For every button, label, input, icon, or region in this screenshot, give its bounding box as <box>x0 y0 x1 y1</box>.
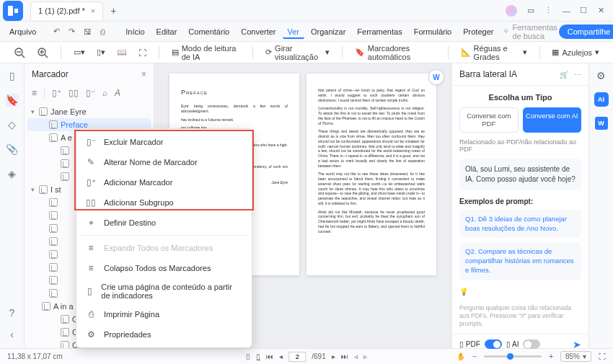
share-button[interactable]: Compartilhe <box>559 25 613 39</box>
ai-more-icon[interactable]: ⋯ <box>574 71 581 79</box>
nav-back-icon[interactable]: ◃ <box>354 352 358 360</box>
tiles-button[interactable]: ▦ Azulejos▾ <box>548 45 603 59</box>
layout-cont-icon[interactable]: ▯̲ <box>256 352 260 360</box>
ai-cart-icon[interactable]: 🛒 <box>560 71 568 79</box>
ai-badge-icon[interactable]: AI <box>594 92 609 107</box>
ai-tab-ai[interactable]: Converse com AI <box>523 107 582 133</box>
zoom-dropdown[interactable]: 85%▾ <box>560 351 591 362</box>
bkm-outline-icon[interactable]: ≡ <box>32 88 37 98</box>
ctx-item[interactable]: ▯⁻Excluir Marcador <box>76 132 252 152</box>
ai-settings-icon[interactable]: ⚙ <box>595 69 608 82</box>
tags-icon[interactable]: ◇ <box>6 118 19 131</box>
collapse-left-icon[interactable]: ‹ <box>6 328 19 341</box>
bkm-delete-icon[interactable]: ▯⁻ <box>86 88 95 98</box>
page-dimensions: 11,38 x 17,07 cm <box>7 352 63 360</box>
auto-bookmarks-button[interactable]: 🔖 Marcadores automáticos <box>351 42 439 63</box>
ctx-item[interactable]: ▯⁺Adicionar Marcador <box>76 172 252 192</box>
bookmark-panel-title: Marcador <box>32 69 69 79</box>
ctx-item[interactable]: ✎Alterar Nome de Marcador <box>76 152 252 172</box>
zoom-out-button[interactable] <box>10 45 29 61</box>
layers-icon[interactable]: ◈ <box>6 167 19 180</box>
page-number-input[interactable] <box>288 352 306 362</box>
save-icon[interactable]: 🖫 <box>80 27 95 36</box>
ctx-item[interactable]: ▯▯Adicionar Subgrupo <box>76 192 252 213</box>
ai-example-2[interactable]: Q2. Compare as técnicas de compartilhar … <box>459 242 581 280</box>
ai-reading-mode-button[interactable]: ▤ Modo de leitura de IA <box>168 42 244 63</box>
menu-formulario[interactable]: Formulário <box>409 25 457 39</box>
close-window-button[interactable]: ✕ <box>597 6 604 15</box>
bkm-add-sub-icon[interactable]: ▯▯ <box>69 88 79 98</box>
ai-hint-icon[interactable]: 💡 <box>452 285 588 298</box>
menu-converter[interactable]: Converter <box>236 25 281 39</box>
book-icon: ▤ <box>172 48 179 57</box>
print-icon[interactable]: ⎙ <box>97 27 109 36</box>
menu-ferramentas[interactable]: Ferramentas <box>352 25 407 39</box>
app-menu-icon[interactable]: ▭ <box>527 6 534 15</box>
bookmark-panel-close[interactable]: × <box>141 69 146 79</box>
user-avatar-icon[interactable] <box>506 5 517 17</box>
ctx-item[interactable]: ≡Colapso Todos os Marcadores <box>76 258 252 278</box>
menu-inicio[interactable]: Início <box>120 25 149 39</box>
nav-fwd-icon[interactable]: ▹ <box>363 352 367 360</box>
help-icon[interactable]: ? <box>6 306 19 319</box>
page-total: /691 <box>312 352 325 360</box>
menubar: Arquivo ↶ ↷ 🖫 ⎙ Início Editar Comentário… <box>0 22 613 42</box>
rulers-grids-button[interactable]: 📐 Réguas e Grades▾ <box>457 42 531 63</box>
menu-proteger[interactable]: Proteger <box>458 25 498 39</box>
ctx-item[interactable]: ⎙Imprimir Página <box>76 304 252 324</box>
menu-organizar[interactable]: Organizar <box>306 25 350 39</box>
bookmarks-tab-icon[interactable]: 🔖 <box>6 94 19 107</box>
grid-icon: ▦ <box>552 48 559 57</box>
document-tab[interactable]: 1 (1) (2).pdf * × <box>30 1 103 20</box>
ai-greeting: Olá, sou Lumi, seu assistente de IA. Com… <box>459 159 581 190</box>
fit-width-button[interactable]: ▭▾ <box>70 45 89 59</box>
prev-page-icon[interactable]: ◂ <box>279 352 283 360</box>
zoom-in-button[interactable] <box>33 45 52 61</box>
redo-icon[interactable]: ↷ <box>65 27 79 36</box>
ai-pdf-toggle[interactable] <box>485 339 502 349</box>
ctx-item[interactable]: ⌖Definir Destino <box>76 213 252 233</box>
first-page-icon[interactable]: ⏮ <box>266 352 273 360</box>
more-icon[interactable]: ⋮ <box>544 6 552 15</box>
ai-send-icon[interactable]: ➤ <box>573 339 581 350</box>
undo-icon[interactable]: ↶ <box>50 27 63 36</box>
zoom-slider[interactable] <box>484 355 542 358</box>
ctx-item[interactable]: ▯Crie uma página de conteúdo a partir de… <box>76 278 252 304</box>
ai-tab-pdf[interactable]: Converse com PDF <box>459 107 519 133</box>
fullscreen-button[interactable]: ⛶ <box>135 46 150 59</box>
bkm-add-icon[interactable]: ▯⁺ <box>52 88 61 98</box>
ai-ai-toggle[interactable] <box>523 339 540 349</box>
hand-tool-icon[interactable]: ✋ <box>457 352 465 360</box>
minimize-button[interactable]: — <box>563 6 570 15</box>
ctx-item[interactable]: ⚙Propriedades <box>76 324 252 345</box>
page-right: that parent of crime—an insult to piety,… <box>306 74 436 275</box>
export-word-badge[interactable]: W <box>428 69 444 85</box>
menu-comentario[interactable]: Comentário <box>183 25 234 39</box>
layout-single-icon[interactable]: ▯ <box>246 352 250 360</box>
read-mode-button[interactable]: 📖 <box>113 45 131 59</box>
menu-arquivo[interactable]: Arquivo <box>4 25 41 39</box>
maximize-button[interactable]: ☐ <box>580 6 587 15</box>
zoom-minus-icon[interactable]: − <box>472 352 477 360</box>
menu-editar[interactable]: Editar <box>151 25 182 39</box>
ai-example-1[interactable]: Q1. Dê 3 ideias de como planejar boas re… <box>459 210 581 239</box>
fit-screen-icon[interactable]: ⛶ <box>599 352 606 360</box>
last-page-icon[interactable]: ⏭ <box>341 352 348 360</box>
zoom-plus-icon[interactable]: + <box>549 352 553 360</box>
new-tab-button[interactable]: + <box>110 5 116 17</box>
bookmark-node[interactable]: ▾Jane Eyre <box>27 105 151 118</box>
bkm-text-icon[interactable]: A <box>115 88 120 98</box>
bkm-search-icon[interactable]: ⌕ <box>102 88 107 98</box>
rotate-view-button[interactable]: ⟳ Girar visualização▾ <box>262 42 333 63</box>
page-layout-button[interactable]: ▯▾ <box>93 45 109 59</box>
menu-ver[interactable]: Ver <box>283 25 305 39</box>
titlebar: 1 (1) (2).pdf * × + ▭ ⋮ — ☐ ✕ <box>0 0 613 22</box>
next-page-icon[interactable]: ▸ <box>332 352 335 360</box>
attachments-icon[interactable]: 📎 <box>6 143 19 156</box>
tab-title: 1 (1) (2).pdf * <box>38 6 85 15</box>
wand-icon: ✧ <box>503 27 509 36</box>
tools-search[interactable]: ✧ Ferramentas de busca <box>503 23 557 40</box>
tab-close-icon[interactable]: × <box>91 6 95 15</box>
thumbnails-icon[interactable]: ▯ <box>6 69 19 82</box>
word-export-icon[interactable]: W <box>595 117 608 130</box>
